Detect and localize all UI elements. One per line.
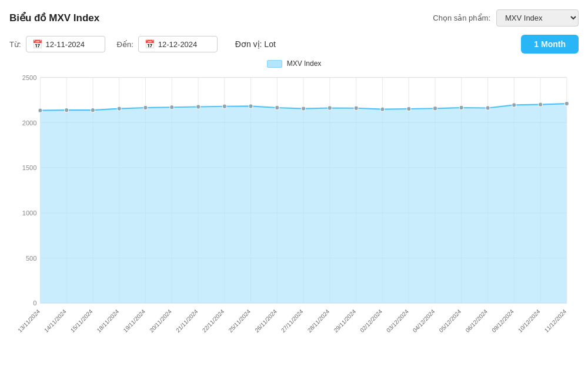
svg-point-53 xyxy=(564,101,569,105)
svg-point-47 xyxy=(407,107,411,111)
from-date-group: Từ: 📅 xyxy=(9,36,105,52)
svg-point-48 xyxy=(433,107,437,111)
svg-text:20/11/2024: 20/11/2024 xyxy=(148,308,173,334)
svg-point-52 xyxy=(539,102,543,107)
svg-point-51 xyxy=(512,103,516,107)
svg-text:2500: 2500 xyxy=(22,74,37,81)
svg-point-50 xyxy=(486,106,490,110)
svg-text:03/12/2024: 03/12/2024 xyxy=(385,308,410,334)
to-date-input-wrap[interactable]: 📅 xyxy=(138,36,218,52)
svg-point-44 xyxy=(328,106,332,110)
svg-text:500: 500 xyxy=(26,254,36,261)
from-label: Từ: xyxy=(9,40,21,49)
from-date-input[interactable] xyxy=(46,40,99,49)
month-button[interactable]: 1 Month xyxy=(521,35,579,54)
svg-point-34 xyxy=(65,108,69,112)
svg-text:0: 0 xyxy=(33,300,36,307)
svg-text:1000: 1000 xyxy=(22,209,37,217)
chart-container: 0500100015002000250013/11/202414/11/2024… xyxy=(9,71,579,360)
svg-text:10/12/2024: 10/12/2024 xyxy=(517,308,542,334)
svg-point-49 xyxy=(459,105,463,109)
svg-text:06/12/2024: 06/12/2024 xyxy=(464,308,489,334)
svg-point-38 xyxy=(170,105,174,109)
svg-point-45 xyxy=(354,106,358,110)
chart-legend: MXV Index xyxy=(9,59,579,68)
svg-point-46 xyxy=(380,107,385,111)
svg-text:22/11/2024: 22/11/2024 xyxy=(201,308,226,334)
svg-text:04/12/2024: 04/12/2024 xyxy=(412,308,436,334)
svg-text:15/11/2024: 15/11/2024 xyxy=(69,308,94,334)
svg-point-33 xyxy=(38,108,42,112)
svg-text:2000: 2000 xyxy=(22,119,37,126)
legend-label: MXV Index xyxy=(287,59,322,68)
product-select[interactable]: MXV Index xyxy=(496,9,579,26)
to-calendar-icon: 📅 xyxy=(145,39,155,49)
controls-row: Từ: 📅 Đến: 📅 Đơn vị: Lot 1 Month xyxy=(9,35,579,54)
svg-point-43 xyxy=(302,107,306,111)
svg-text:18/11/2024: 18/11/2024 xyxy=(96,308,121,334)
svg-text:26/11/2024: 26/11/2024 xyxy=(253,308,278,334)
legend-color-box xyxy=(267,60,282,68)
to-date-group: Đến: 📅 xyxy=(117,36,218,52)
svg-text:19/11/2024: 19/11/2024 xyxy=(122,308,146,334)
svg-point-39 xyxy=(196,105,201,109)
svg-text:05/12/2024: 05/12/2024 xyxy=(438,308,463,334)
svg-text:1500: 1500 xyxy=(22,164,37,171)
svg-point-36 xyxy=(117,107,121,111)
chart-title: Biểu đồ MXV Index xyxy=(9,12,99,24)
unit-label: Đơn vị: Lot xyxy=(235,39,522,49)
svg-point-42 xyxy=(275,105,279,109)
svg-point-40 xyxy=(222,104,226,108)
svg-text:02/12/2024: 02/12/2024 xyxy=(359,308,383,334)
from-date-input-wrap[interactable]: 📅 xyxy=(26,36,105,52)
header-row: Biểu đồ MXV Index Chọn sản phẩm: MXV Ind… xyxy=(9,9,579,26)
from-calendar-icon: 📅 xyxy=(32,39,42,49)
svg-point-41 xyxy=(249,104,253,108)
svg-text:09/12/2024: 09/12/2024 xyxy=(490,308,515,334)
chart-svg: 0500100015002000250013/11/202414/11/2024… xyxy=(9,71,579,360)
svg-point-35 xyxy=(91,108,95,112)
to-label: Đến: xyxy=(117,40,133,49)
svg-text:29/11/2024: 29/11/2024 xyxy=(333,308,358,334)
svg-text:14/11/2024: 14/11/2024 xyxy=(43,308,68,334)
svg-text:25/11/2024: 25/11/2024 xyxy=(228,308,252,334)
svg-text:13/11/2024: 13/11/2024 xyxy=(16,308,41,334)
svg-point-37 xyxy=(143,105,148,109)
product-selector: Chọn sản phẩm: MXV Index xyxy=(433,9,579,26)
svg-text:11/12/2024: 11/12/2024 xyxy=(543,308,568,334)
product-selector-label: Chọn sản phẩm: xyxy=(433,14,490,22)
svg-text:28/11/2024: 28/11/2024 xyxy=(306,308,331,334)
svg-text:27/11/2024: 27/11/2024 xyxy=(280,308,305,334)
to-date-input[interactable] xyxy=(158,40,211,49)
svg-text:21/11/2024: 21/11/2024 xyxy=(175,308,199,334)
